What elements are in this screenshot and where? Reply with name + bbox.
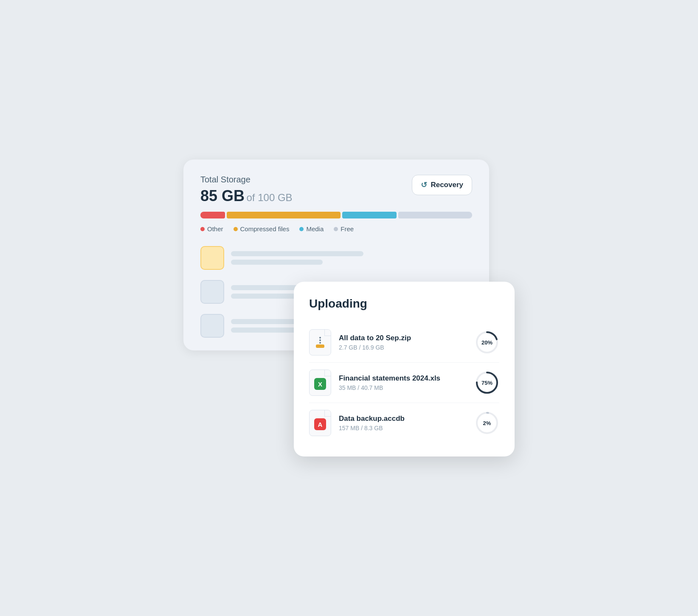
storage-total: of 100 GB <box>247 192 293 203</box>
legend-label-free: Free <box>341 225 354 232</box>
zip-dot-3 <box>319 342 321 344</box>
progress-circle-xls: 75% <box>475 370 499 395</box>
upload-info-zip: All data to 20 Sep.zip 2.7 GB / 16.9 GB <box>339 334 467 351</box>
legend-dot-other <box>200 227 205 231</box>
bar-free <box>398 212 472 218</box>
recovery-button[interactable]: ↺ Recovery <box>412 175 472 195</box>
legend-dot-free <box>334 227 338 231</box>
progress-circle-acc: 2% <box>475 411 499 435</box>
upload-filename-xls: Financial statements 2024.xls <box>339 374 467 383</box>
legend-free: Free <box>334 225 354 232</box>
legend-label-compressed: Compressed files <box>240 225 290 232</box>
progress-circle-zip: 20% <box>475 330 499 355</box>
recovery-label: Recovery <box>431 181 463 189</box>
zip-dots <box>319 337 321 344</box>
upload-item-xls[interactable]: X Financial statements 2024.xls 35 MB / … <box>309 363 499 403</box>
upload-size-zip: 2.7 GB / 16.9 GB <box>339 344 467 351</box>
skeleton-row-1 <box>200 246 472 270</box>
skeleton-line-1a <box>231 251 363 256</box>
storage-title: Total Storage <box>200 175 293 185</box>
upload-size-xls: 35 MB / 40.7 MB <box>339 384 467 391</box>
legend-other: Other <box>200 225 223 232</box>
storage-progress-bar <box>200 212 472 218</box>
bar-media <box>342 212 397 218</box>
legend-label-media: Media <box>306 225 324 232</box>
upload-item-acc[interactable]: A Data backup.accdb 157 MB / 8.3 GB 2% <box>309 403 499 443</box>
upload-filename-zip: All data to 20 Sep.zip <box>339 334 467 342</box>
progress-text-xls: 75% <box>481 380 493 386</box>
upload-info-xls: Financial statements 2024.xls 35 MB / 40… <box>339 374 467 391</box>
storage-legend: Other Compressed files Media Free <box>200 225 472 232</box>
storage-header: Total Storage 85 GB of 100 GB ↺ Recovery <box>200 175 472 205</box>
upload-card: Uploading All data to 20 Sep.zip 2.7 GB … <box>294 282 515 456</box>
legend-compressed: Compressed files <box>234 225 290 232</box>
upload-title: Uploading <box>309 297 499 311</box>
file-icon-xls: X <box>309 370 331 396</box>
legend-dot-compressed <box>234 227 238 231</box>
storage-usage: 85 GB of 100 GB <box>200 187 293 205</box>
legend-media: Media <box>299 225 324 232</box>
zip-bottom <box>316 344 324 348</box>
xls-badge: X <box>314 378 326 390</box>
scene: Total Storage 85 GB of 100 GB ↺ Recovery… <box>183 160 515 456</box>
storage-used: 85 GB <box>200 187 245 204</box>
zip-dot-1 <box>319 337 321 339</box>
upload-item-zip[interactable]: All data to 20 Sep.zip 2.7 GB / 16.9 GB … <box>309 322 499 363</box>
zip-icon <box>316 337 324 348</box>
file-icon-zip <box>309 329 331 356</box>
skeleton-icon-2 <box>200 280 224 304</box>
acc-badge: A <box>314 418 326 430</box>
bar-other <box>200 212 225 218</box>
upload-size-acc: 157 MB / 8.3 GB <box>339 425 467 431</box>
skeleton-icon-3 <box>200 314 224 338</box>
skeleton-line-1b <box>231 260 323 265</box>
zip-dot-2 <box>319 339 321 341</box>
legend-dot-media <box>299 227 304 231</box>
skeleton-lines-1 <box>231 251 472 265</box>
legend-label-other: Other <box>207 225 223 232</box>
storage-info: Total Storage 85 GB of 100 GB <box>200 175 293 205</box>
recovery-icon: ↺ <box>421 180 427 190</box>
file-icon-acc: A <box>309 410 331 436</box>
upload-filename-acc: Data backup.accdb <box>339 414 467 423</box>
bar-compressed <box>227 212 341 218</box>
progress-text-zip: 20% <box>481 339 493 346</box>
progress-text-acc: 2% <box>483 420 491 426</box>
skeleton-icon-folder <box>200 246 224 270</box>
upload-info-acc: Data backup.accdb 157 MB / 8.3 GB <box>339 414 467 431</box>
